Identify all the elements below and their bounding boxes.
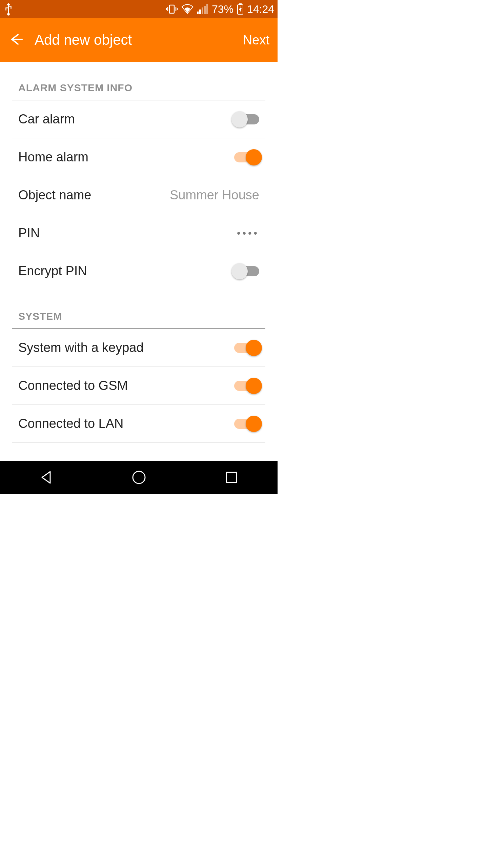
battery-pct: 73% [212, 3, 233, 16]
usb-icon [3, 3, 14, 16]
svg-point-0 [8, 14, 9, 15]
section-header-system: SYSTEM [12, 290, 265, 329]
row-home-alarm[interactable]: Home alarm [12, 138, 265, 176]
row-lan[interactable]: Connected to LAN [12, 405, 265, 443]
row-car-alarm[interactable]: Car alarm [12, 100, 265, 138]
pin-label: PIN [18, 226, 40, 240]
statusbar: 73% 14:24 [0, 0, 278, 18]
nav-home-button[interactable] [130, 469, 147, 486]
row-pin[interactable]: PIN •••• [12, 214, 265, 252]
encrypt-pin-toggle[interactable] [234, 266, 259, 276]
clock: 14:24 [247, 3, 274, 16]
arrow-left-icon [8, 32, 23, 48]
encrypt-pin-label: Encrypt PIN [18, 264, 87, 278]
svg-rect-4 [202, 7, 203, 14]
lan-toggle[interactable] [234, 419, 259, 429]
appbar: Add new object Next [0, 18, 278, 62]
svg-rect-1 [169, 5, 174, 13]
square-recent-icon [223, 469, 240, 486]
circle-home-icon [130, 469, 147, 486]
keypad-toggle[interactable] [234, 343, 259, 353]
wifi-icon [181, 4, 194, 14]
svg-rect-6 [206, 4, 208, 14]
svg-rect-8 [239, 3, 242, 5]
page-title: Add new object [35, 32, 243, 48]
nav-back-button[interactable] [38, 469, 55, 486]
svg-rect-5 [204, 6, 206, 14]
next-button[interactable]: Next [243, 33, 269, 47]
nav-recent-button[interactable] [223, 469, 240, 486]
battery-charging-icon [237, 3, 244, 15]
lan-label: Connected to LAN [18, 416, 124, 431]
row-encrypt-pin[interactable]: Encrypt PIN [12, 252, 265, 290]
signal-icon [197, 4, 208, 14]
svg-rect-10 [226, 472, 237, 482]
row-object-name[interactable]: Object name Summer House [12, 176, 265, 214]
object-name-label: Object name [18, 188, 91, 202]
section-header-alarm: ALARM SYSTEM INFO [12, 62, 265, 100]
pin-value: •••• [237, 228, 259, 239]
home-alarm-toggle[interactable] [234, 152, 259, 162]
svg-rect-3 [199, 9, 201, 14]
gsm-toggle[interactable] [234, 381, 259, 391]
system-navbar [0, 461, 278, 494]
keypad-label: System with a keypad [18, 340, 144, 355]
home-alarm-label: Home alarm [18, 150, 88, 164]
row-gsm[interactable]: Connected to GSM [12, 367, 265, 405]
gsm-label: Connected to GSM [18, 378, 128, 393]
svg-point-9 [133, 471, 145, 484]
object-name-value: Summer House [170, 188, 259, 202]
row-keypad[interactable]: System with a keypad [12, 329, 265, 367]
content: ALARM SYSTEM INFO Car alarm Home alarm O… [0, 62, 278, 461]
svg-rect-2 [197, 12, 199, 14]
car-alarm-toggle[interactable] [234, 114, 259, 124]
car-alarm-label: Car alarm [18, 112, 75, 126]
triangle-back-icon [38, 469, 55, 486]
vibrate-icon [166, 4, 178, 15]
back-button[interactable] [4, 28, 28, 52]
